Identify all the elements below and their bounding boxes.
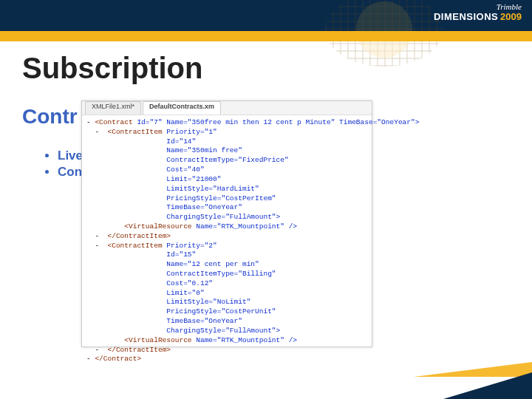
brand-year: 2009 bbox=[500, 11, 522, 22]
brand-logo: Trimble DIMENSIONS 2009 bbox=[434, 3, 522, 21]
xml-attr: Name="12 cent per min" bbox=[166, 260, 259, 268]
xml-attr: TimeBase="OneYear" bbox=[166, 203, 242, 211]
editor-tabstrip: XMLFile1.xml* DefaultContracts.xm bbox=[82, 101, 372, 115]
editor-tab-active[interactable]: DefaultContracts.xm bbox=[143, 101, 221, 115]
xml-attr: ChargingStyle="FullAmount"> bbox=[166, 213, 280, 221]
brand-product: DIMENSIONS bbox=[434, 11, 498, 22]
xml-tag: <Contract bbox=[95, 118, 137, 126]
xml-attr: Cost="40" bbox=[166, 166, 204, 174]
xml-editor-panel: XMLFile1.xml* DefaultContracts.xm - <Con… bbox=[81, 100, 372, 347]
slide-subtitle: Contr bbox=[22, 105, 78, 129]
accent-rule bbox=[0, 31, 532, 41]
xml-attrs: Id="7" Name="350free min then 12 cent p … bbox=[137, 118, 419, 126]
xml-code-view: - <Contract Id="7" Name="350free min the… bbox=[82, 115, 372, 367]
xml-attr: LimitStyle="HardLimit" bbox=[166, 185, 259, 193]
xml-attr: Name="RTK_Mountpoint" /> bbox=[196, 336, 297, 344]
brand-company: Trimble bbox=[497, 2, 522, 11]
xml-attr: Id="14" bbox=[166, 137, 196, 146]
xml-close: </ContractItem> bbox=[108, 346, 171, 354]
xml-attr: ContractItemType="FixedPrice" bbox=[166, 156, 288, 164]
xml-attr: PricingStyle="CostPerItem" bbox=[166, 194, 276, 202]
xml-attr: PricingStyle="CostPerUnit" bbox=[166, 307, 276, 316]
xml-close: </Contract> bbox=[95, 355, 141, 363]
xml-attr: Priority="2" bbox=[166, 242, 216, 250]
footer-corner bbox=[443, 372, 532, 399]
xml-attr: Name="RTK_Mountpoint" /> bbox=[196, 222, 297, 231]
xml-attr: Cost="0.12" bbox=[166, 279, 213, 287]
xml-attr: Limit="21000" bbox=[166, 175, 221, 183]
xml-attr: Id="15" bbox=[166, 250, 196, 259]
xml-attr: ChargingStyle="FullAmount"> bbox=[166, 327, 280, 335]
xml-attr: LimitStyle="NoLimit" bbox=[166, 298, 250, 306]
bullet-list: Live Cont bbox=[28, 147, 86, 181]
xml-attr: TimeBase="OneYear" bbox=[166, 317, 242, 325]
xml-close: </ContractItem> bbox=[108, 232, 171, 240]
xml-tag: <ContractItem bbox=[108, 128, 167, 136]
xml-attr: Limit="0" bbox=[166, 289, 204, 297]
xml-attr: ContractItemType="Billing" bbox=[166, 270, 276, 278]
xml-attr: Priority="1" bbox=[166, 128, 216, 136]
xml-tag: <ContractItem bbox=[108, 242, 167, 250]
editor-tab[interactable]: XMLFile1.xml* bbox=[85, 101, 141, 115]
slide-title: Subscription bbox=[22, 52, 202, 85]
xml-tag: <VirtualResource bbox=[124, 336, 196, 344]
xml-tag: <VirtualResource bbox=[124, 222, 196, 231]
xml-attr: Name="350min free" bbox=[166, 146, 242, 154]
